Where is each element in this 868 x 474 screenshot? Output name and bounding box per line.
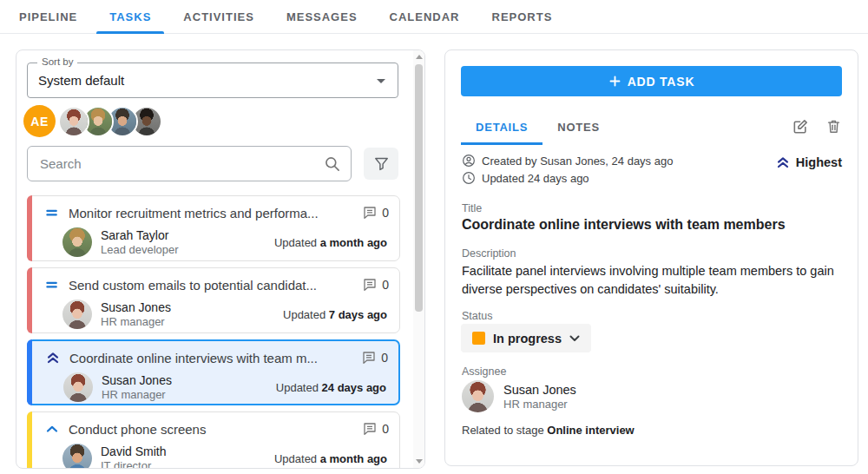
avatar-photo-2[interactable] (84, 108, 112, 135)
assignee-name: Susan Jones (102, 373, 172, 388)
sort-by-label: Sort by (37, 56, 77, 67)
nav-tab-calendar[interactable]: CALENDAR (390, 0, 460, 34)
sort-by-value: System default (38, 73, 124, 88)
avatar-photo-3[interactable] (108, 108, 136, 135)
status-color-swatch (472, 332, 485, 345)
title-field-label: Title (462, 202, 482, 214)
stage-color-bar (27, 267, 32, 333)
scrollbar-down-arrow[interactable] (416, 459, 423, 464)
scrollbar[interactable] (413, 50, 424, 468)
comments-counter: 0 (362, 277, 389, 293)
comments-counter: 0 (361, 350, 388, 365)
assignee-avatar (63, 372, 93, 402)
assignee-avatar (62, 444, 92, 469)
search-input[interactable] (28, 147, 351, 181)
priority-badge: Highest (774, 154, 842, 171)
comment-icon (362, 205, 378, 221)
comments-counter: 0 (362, 421, 389, 437)
status-dropdown[interactable]: In progress (461, 324, 591, 352)
assignee-avatar (62, 300, 92, 329)
search-icon (324, 155, 341, 173)
detail-tabs: DETAILS NOTES (461, 111, 842, 142)
person-circle-icon (462, 154, 476, 168)
stage-color-bar (27, 411, 32, 469)
delete-task-button[interactable] (825, 118, 842, 135)
task-list-panel: Sort by System default AE Monitor recrui… (16, 49, 425, 469)
priority-highest-icon (774, 154, 792, 171)
status-value: In progress (493, 332, 562, 346)
priority-highest-icon (44, 349, 63, 366)
nav-tab-activities[interactable]: ACTIVITIES (183, 0, 254, 34)
avatar-photo-1[interactable] (60, 108, 88, 135)
updated-timestamp: Updated 24 days ago (276, 381, 386, 394)
filter-button[interactable] (364, 148, 398, 180)
related-stage-value: Online interview (547, 424, 634, 437)
trash-icon (825, 118, 842, 135)
nav-tab-pipeline[interactable]: PIPELINE (19, 0, 77, 34)
assignee-role: HR manager (102, 388, 172, 402)
comment-icon (362, 277, 378, 293)
assignee-role: Lead developer (101, 243, 179, 257)
task-card[interactable]: Monitor recruitment metrics and performa… (27, 195, 400, 261)
task-detail-title: Coordinate online interviews with team m… (462, 217, 786, 233)
comment-icon (361, 350, 377, 365)
assignee-role: HR manager (503, 398, 576, 411)
assignee-avatar (462, 380, 494, 412)
top-navigation: PIPELINE TASKS ACTIVITIES MESSAGES CALEN… (0, 0, 868, 34)
edit-task-button[interactable] (792, 118, 809, 135)
updated-timestamp: Updated 7 days ago (283, 308, 387, 321)
scrollbar-thumb[interactable] (415, 64, 423, 312)
assignee-avatar (62, 227, 92, 257)
search-box (27, 146, 352, 181)
update-clock-icon (462, 171, 476, 185)
task-description: Facilitate panel interviews involving mu… (462, 262, 845, 299)
task-title: Monitor recruitment metrics and performa… (69, 206, 362, 221)
avatar-photo-4[interactable] (133, 108, 161, 135)
comment-icon (362, 421, 378, 437)
updated-line: Updated 24 days ago (462, 171, 589, 185)
nav-tab-messages[interactable]: MESSAGES (286, 0, 358, 34)
avatar-initials[interactable]: AE (23, 105, 56, 137)
priority-medium-icon (43, 276, 62, 293)
comment-count: 0 (382, 422, 389, 436)
related-stage-line: Related to stage Online interview (462, 424, 635, 437)
tab-notes[interactable]: NOTES (542, 111, 615, 142)
filter-funnel-icon (373, 155, 390, 172)
dropdown-caret-icon (377, 79, 385, 83)
task-detail-panel: ADD TASK DETAILS NOTES Created by Susan (444, 49, 858, 466)
status-field-label: Status (462, 310, 492, 322)
chevron-down-icon (569, 335, 580, 342)
assignee-name: David Smith (101, 444, 166, 459)
priority-high-icon (43, 420, 62, 438)
priority-label: Highest (796, 155, 842, 169)
assignee-row: Susan Jones HR manager (462, 380, 576, 412)
add-task-button[interactable]: ADD TASK (461, 66, 842, 96)
updated-timestamp: Updated a month ago (274, 236, 387, 249)
nav-tab-reports[interactable]: REPORTS (492, 0, 553, 34)
assignee-name: Susan Jones (503, 382, 576, 398)
assignee-field-label: Assignee (462, 365, 506, 378)
edit-icon (792, 118, 809, 135)
description-field-label: Description (462, 247, 516, 260)
assignee-role: IT director (101, 459, 166, 470)
assignee-role: HR manager (101, 315, 171, 329)
stage-color-bar (27, 339, 32, 405)
tab-details[interactable]: DETAILS (461, 111, 542, 142)
comments-counter: 0 (362, 205, 389, 221)
task-title: Conduct phone screens (69, 422, 362, 437)
sort-by-select[interactable]: Sort by System default (27, 63, 398, 98)
assignee-name: Sarah Taylor (101, 228, 179, 243)
plus-icon (608, 75, 621, 88)
stage-color-bar (27, 195, 32, 261)
task-card-selected[interactable]: Coordinate online interviews with team m… (27, 339, 400, 405)
task-card[interactable]: Conduct phone screens 0 David Smith IT d… (27, 411, 400, 469)
task-card[interactable]: Send custom emails to potential candidat… (27, 267, 400, 333)
comment-count: 0 (382, 206, 389, 220)
created-by-line: Created by Susan Jones, 24 days ago (462, 154, 673, 168)
comment-count: 0 (381, 351, 388, 365)
comment-count: 0 (382, 278, 389, 292)
scrollbar-up-arrow[interactable] (416, 55, 423, 59)
priority-medium-icon (43, 204, 62, 221)
assignee-name: Susan Jones (101, 300, 171, 315)
nav-tab-tasks[interactable]: TASKS (109, 0, 151, 34)
